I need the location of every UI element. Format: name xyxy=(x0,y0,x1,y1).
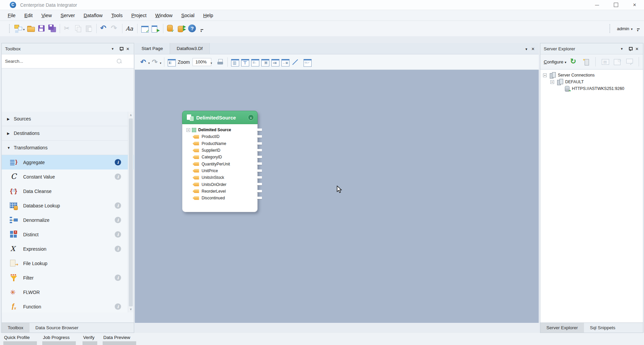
dock-tab-data-source-browser[interactable]: Data Source Browser xyxy=(30,323,85,333)
collapse-tree-icon[interactable] xyxy=(550,80,554,84)
scrollbar-thumb[interactable] xyxy=(129,118,133,306)
chevron-down-icon[interactable] xyxy=(621,47,625,51)
scroll-up-icon[interactable] xyxy=(128,112,133,118)
verify-database-icon[interactable] xyxy=(165,23,176,34)
output-port[interactable] xyxy=(257,129,262,131)
align-nodes-icon[interactable] xyxy=(240,57,250,67)
status-verify[interactable]: Verify xyxy=(83,335,95,340)
output-port[interactable] xyxy=(257,135,262,138)
status-data-preview[interactable]: Data Preview xyxy=(103,335,130,340)
toolbox-item-expression[interactable]: Expressioni xyxy=(2,242,134,256)
tree-row-server-connections[interactable]: Server Connections xyxy=(540,72,643,79)
open-icon[interactable] xyxy=(25,23,36,34)
dock-tab-server-explorer[interactable]: Server Explorer xyxy=(540,323,584,333)
collapse-node-icon[interactable] xyxy=(248,114,254,120)
scroll-down-icon[interactable] xyxy=(128,306,133,312)
auto-layout-icon[interactable] xyxy=(166,57,176,67)
toolbox-item-flwor[interactable]: FLWORi xyxy=(2,285,134,299)
expand-nodes-icon[interactable] xyxy=(230,57,240,67)
show-ports-icon[interactable] xyxy=(250,57,260,67)
user-menu-button[interactable]: admin xyxy=(617,26,633,31)
menu-file[interactable]: File xyxy=(3,11,20,20)
node-header[interactable]: DelimitedSource xyxy=(182,111,258,124)
new-dataflow-icon[interactable] xyxy=(13,23,24,34)
output-port[interactable] xyxy=(257,149,262,151)
fit-width-icon[interactable] xyxy=(280,57,290,67)
toolbox-item-data-cleanse[interactable]: Data Cleansei xyxy=(2,184,134,198)
zoom-select[interactable]: 100% xyxy=(193,58,211,66)
output-port[interactable] xyxy=(257,156,262,158)
dock-tab-sql-snippets[interactable]: Sql Snippets xyxy=(584,323,622,333)
collapse-tree-icon[interactable] xyxy=(543,73,547,77)
scheduler-icon[interactable] xyxy=(612,57,622,66)
toolbar-drag-handle[interactable] xyxy=(609,24,611,33)
toolbox-item-distinct[interactable]: Distincti xyxy=(2,227,134,242)
add-server-icon[interactable] xyxy=(581,57,591,66)
output-port[interactable] xyxy=(257,142,262,145)
help-icon[interactable] xyxy=(187,23,198,34)
pin-icon[interactable] xyxy=(119,47,123,51)
pin-icon[interactable] xyxy=(628,47,632,51)
field-row[interactable]: UnitPrice xyxy=(182,167,257,174)
toolbar-drag-handle[interactable] xyxy=(9,24,10,33)
zoom-caret-icon[interactable] xyxy=(211,59,212,65)
minimize-button[interactable] xyxy=(588,0,606,10)
menu-tools[interactable]: Tools xyxy=(107,11,127,20)
paste-icon[interactable] xyxy=(84,23,94,34)
menu-dataflow[interactable]: Dataflow xyxy=(79,11,107,20)
field-row[interactable]: ProductID xyxy=(182,133,257,140)
delimited-source-node[interactable]: DelimitedSource Delimited Source Product… xyxy=(182,111,258,212)
start-dataflow-icon[interactable] xyxy=(150,23,161,34)
cut-icon[interactable] xyxy=(62,23,73,34)
info-icon[interactable]: i xyxy=(115,217,121,223)
output-port[interactable] xyxy=(257,162,262,165)
menu-project[interactable]: Project xyxy=(127,11,151,20)
toolbox-item-database-lookup[interactable]: Database Lookupi xyxy=(2,198,134,213)
print-icon[interactable] xyxy=(215,57,225,67)
tree-row-default-server[interactable]: DEFAULT xyxy=(540,79,643,85)
dock-tab-toolbox[interactable]: Toolbox xyxy=(2,323,30,333)
save-all-icon[interactable] xyxy=(47,23,58,34)
info-icon[interactable]: i xyxy=(115,303,121,310)
menu-social[interactable]: Social xyxy=(177,11,199,20)
menu-edit[interactable]: Edit xyxy=(20,11,37,20)
toolbox-item-function[interactable]: Functioni xyxy=(2,299,134,312)
field-row[interactable]: Discontinued xyxy=(182,195,257,201)
toolbox-category-destinations[interactable]: Destinations xyxy=(2,126,134,141)
info-icon[interactable]: i xyxy=(115,159,121,165)
field-row[interactable]: UnitsInStock xyxy=(182,174,257,181)
toolbox-category-sources[interactable]: Sources xyxy=(2,112,134,126)
collapse-tree-icon[interactable] xyxy=(186,128,190,132)
deploy-icon[interactable] xyxy=(176,23,187,34)
field-row[interactable]: ReorderLevel xyxy=(182,188,257,195)
output-port[interactable] xyxy=(257,183,262,185)
server-properties-icon[interactable] xyxy=(625,57,634,66)
menu-server[interactable]: Server xyxy=(56,11,79,20)
menu-help[interactable]: Help xyxy=(199,11,218,20)
info-icon[interactable]: i xyxy=(115,202,121,209)
info-icon[interactable]: i xyxy=(115,231,121,238)
toolbox-item-constant-value[interactable]: Constant Valuei xyxy=(2,169,134,184)
status-quick-profile[interactable]: Quick Profile xyxy=(4,335,30,340)
close-button[interactable] xyxy=(625,0,644,10)
menu-window[interactable]: Window xyxy=(151,11,177,20)
output-port[interactable] xyxy=(257,169,262,172)
toolbox-item-aggregate[interactable]: Aggregatei xyxy=(2,155,134,169)
field-row[interactable]: SupplierID xyxy=(182,147,257,154)
toolbox-item-filter[interactable]: Filteri xyxy=(2,270,134,285)
redo-icon[interactable] xyxy=(151,57,161,67)
info-icon[interactable]: i xyxy=(115,275,121,281)
chevron-down-icon[interactable] xyxy=(111,47,116,51)
tree-row-connection[interactable]: HTTPS://ASTWKS251:9260 xyxy=(540,85,643,92)
font-settings-icon[interactable] xyxy=(124,23,135,34)
field-row[interactable]: ProductName xyxy=(182,140,257,147)
tab-dataflow3[interactable]: Dataflow3.Df xyxy=(170,43,210,54)
undo-icon[interactable] xyxy=(99,23,109,34)
preview-data-icon[interactable] xyxy=(302,57,312,67)
close-document-icon[interactable] xyxy=(531,46,535,51)
toolbox-scrollbar[interactable] xyxy=(128,112,133,312)
toolbox-search-input[interactable] xyxy=(5,59,116,64)
verify-dataflow-icon[interactable] xyxy=(140,23,150,34)
collapse-nodes-icon[interactable] xyxy=(260,57,270,67)
refresh-icon[interactable] xyxy=(569,57,579,66)
